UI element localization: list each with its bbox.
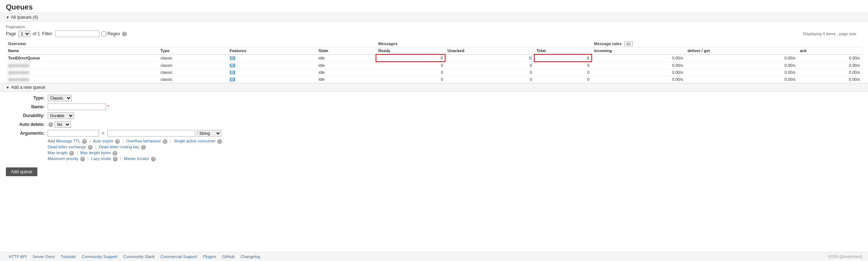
queue-table: Overview Messages Message rates +/- Name…: [6, 40, 862, 83]
link-lazy-mode[interactable]: Lazy mode: [91, 156, 111, 161]
max-length-help[interactable]: ?: [69, 151, 74, 156]
cell-incoming: 0.00/s: [592, 69, 685, 76]
pagination-section: Pagination Page 1 of 1 Filter: Regex ? D…: [0, 22, 868, 40]
page-title: Queues: [0, 0, 868, 13]
cell-type: classic: [158, 62, 228, 69]
table-row[interactable]: queuenameclassicDidle0000.00/s0.00/s0.00…: [6, 62, 862, 69]
type-select[interactable]: Classic Quorum Stream: [48, 95, 72, 101]
cell-total: 0: [534, 62, 592, 69]
name-input[interactable]: [48, 104, 106, 110]
auto-expire-help[interactable]: ?: [115, 139, 120, 144]
cell-deliver_get: 0.00/s: [685, 54, 798, 62]
queue-table-section: Overview Messages Message rates +/- Name…: [0, 40, 868, 83]
link-message-ttl[interactable]: Message TTL: [56, 139, 81, 143]
args-equals: =: [100, 131, 106, 136]
all-queues-header: ▼ All queues (4): [0, 13, 868, 22]
cell-features: D: [228, 76, 317, 83]
col-deliver-get: deliver / get: [685, 47, 798, 55]
durability-select[interactable]: Durable Transient: [48, 112, 74, 119]
cell-deliver_get: 0.00/s: [685, 69, 798, 76]
required-star: *: [107, 104, 109, 109]
cell-unacked: 0: [445, 76, 534, 83]
cell-ready: 0: [376, 69, 445, 76]
add-queue-form: Type: Classic Quorum Stream Name: * Dura…: [0, 92, 868, 164]
cell-name: queuename: [6, 69, 158, 76]
cell-features: D: [228, 54, 317, 62]
filter-input[interactable]: [55, 30, 99, 37]
regex-check: Regex ?: [101, 31, 127, 36]
plus-minus-btn[interactable]: +/-: [624, 41, 633, 46]
table-row[interactable]: queuenameclassicDidle0000.00/s0.00/s0.00…: [6, 76, 862, 83]
col-unacked: Unacked: [445, 47, 534, 55]
maximum-priority-help[interactable]: ?: [80, 157, 85, 162]
regex-label: Regex: [107, 31, 120, 36]
cell-state: idle: [316, 54, 376, 62]
link-dead-letter-exchange[interactable]: Dead letter exchange: [48, 145, 86, 149]
cell-state: idle: [316, 69, 376, 76]
link-single-active-consumer[interactable]: Single active consumer: [174, 139, 215, 143]
cell-features: D: [228, 69, 317, 76]
link-master-locator[interactable]: Master locator: [124, 156, 149, 161]
args-type-select[interactable]: String Number Boolean: [197, 130, 221, 137]
args-value-input[interactable]: [107, 130, 195, 137]
cell-ack: 0.00/s: [798, 62, 862, 69]
lazy-mode-help[interactable]: ?: [113, 157, 118, 162]
single-active-help[interactable]: ?: [217, 139, 222, 144]
quick-add-links-row3: Max length ? | Max length bytes ?: [15, 151, 862, 156]
table-row[interactable]: queuenameclassicDidle0000.00/s0.00/s0.00…: [6, 69, 862, 76]
link-dead-letter-routing-key[interactable]: Dead letter routing key: [99, 145, 140, 149]
arguments-label: Arguments:: [15, 131, 48, 136]
col-features: Features: [228, 47, 317, 55]
toggle-icon[interactable]: ▼: [6, 15, 10, 19]
arguments-row: Arguments: = String Number Boolean: [15, 130, 862, 137]
type-label: Type:: [15, 95, 48, 101]
overflow-help[interactable]: ?: [163, 139, 167, 144]
name-label: Name:: [15, 104, 48, 109]
regex-checkbox[interactable]: [101, 32, 106, 36]
add-queue-toggle-icon[interactable]: ▼: [6, 86, 10, 90]
cell-unacked: 0: [445, 69, 534, 76]
cell-incoming: 0.00/s: [592, 76, 685, 83]
cell-features: D: [228, 62, 317, 69]
link-auto-expire[interactable]: Auto expire: [93, 139, 114, 143]
cell-name: queuename: [6, 76, 158, 83]
table-row[interactable]: TestDirectQueueclassicDidle0000.00/s0.00…: [6, 54, 862, 62]
dead-letter-exchange-help[interactable]: ?: [88, 145, 93, 150]
col-total: Total: [534, 47, 592, 55]
auto-delete-select[interactable]: No Yes: [55, 121, 71, 128]
quick-add-links-row4: Maximum priority ? | Lazy mode ? | Maste…: [15, 156, 862, 162]
auto-delete-help-icon[interactable]: ?: [48, 122, 53, 127]
type-row: Type: Classic Quorum Stream: [15, 95, 862, 101]
cell-ready: 0: [376, 76, 445, 83]
quick-add-links-row1: Add Message TTL ? | Auto expire ? | Over…: [15, 139, 862, 144]
pagination-controls: Page 1 of 1 Filter: Regex ?: [6, 30, 127, 37]
add-queue-button[interactable]: Add queue: [6, 167, 37, 176]
link-overflow-behaviour[interactable]: Overflow behaviour: [126, 139, 161, 143]
cell-state: idle: [316, 76, 376, 83]
name-row: Name: *: [15, 104, 862, 110]
add-label: Add: [48, 139, 55, 143]
regex-help-icon[interactable]: ?: [122, 32, 127, 36]
cell-total: 0: [534, 76, 592, 83]
cell-ack: 0.00/s: [798, 76, 862, 83]
page-select[interactable]: 1: [18, 30, 30, 37]
dead-letter-routing-key-help[interactable]: ?: [141, 145, 146, 150]
master-locator-help[interactable]: ?: [151, 157, 156, 162]
message-ttl-help[interactable]: ?: [82, 139, 87, 144]
cell-unacked: 0: [445, 62, 534, 69]
cell-ack: 0.00/s: [798, 54, 862, 62]
link-maximum-priority[interactable]: Maximum priority: [48, 156, 78, 161]
col-incoming: incoming: [592, 47, 685, 55]
cell-deliver_get: 0.00/s: [685, 76, 798, 83]
link-max-length[interactable]: Max length: [48, 151, 67, 155]
max-length-bytes-help[interactable]: ?: [112, 151, 117, 156]
link-max-length-bytes[interactable]: Max length bytes: [80, 151, 111, 155]
column-headers-row: Name Type Features State Ready Unacked T…: [6, 47, 862, 55]
overview-header: Overview: [6, 40, 376, 47]
cell-type: classic: [158, 54, 228, 62]
durability-row: Durability: Durable Transient: [15, 112, 862, 119]
displaying-info: Displaying 4 items , page size: [803, 32, 856, 36]
cell-total: 0: [534, 54, 592, 62]
cell-ready: 0: [376, 62, 445, 69]
args-key-input[interactable]: [48, 130, 99, 137]
